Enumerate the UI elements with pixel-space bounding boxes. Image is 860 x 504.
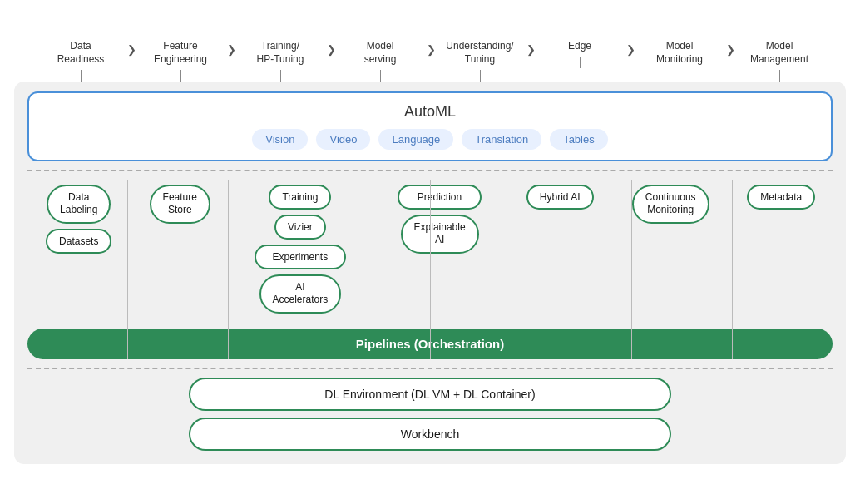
nav-item-data-readiness: DataReadiness ❯	[31, 40, 131, 81]
pill-training: Training	[269, 185, 331, 210]
nav-label-training: Training/HP-Tuning	[257, 40, 304, 66]
pill-hybrid-ai: Hybrid AI	[526, 185, 594, 210]
pill-ai-accelerators: AIAccelerators	[259, 274, 342, 314]
nav-label-model-monitoring: ModelMonitoring	[656, 40, 703, 66]
pill-explainable-ai: ExplainableAI	[401, 215, 479, 254]
tick-model-serving	[380, 70, 381, 82]
tick-model-monitoring	[680, 70, 680, 82]
nav-item-edge: Edge ❯	[530, 40, 630, 68]
nav-label-model-serving: Modelserving	[364, 40, 397, 66]
tick-model-management	[779, 70, 780, 82]
chip-translation: Translation	[462, 129, 541, 150]
nav-item-training: Training/HP-Tuning ❯	[230, 40, 330, 81]
dashed-separator-top	[27, 170, 833, 171]
nav-item-understanding: Understanding/Tuning ❯	[430, 40, 530, 81]
nav-label-feature-eng: FeatureEngineering	[154, 40, 207, 66]
main-area: AutoML Vision Video Language Translation…	[14, 82, 846, 464]
tick-training	[280, 70, 281, 82]
nav-item-feature-eng: FeatureEngineering ❯	[131, 40, 230, 81]
diagram-container: DataReadiness ❯ FeatureEngineering ❯ Tra…	[14, 40, 846, 463]
nav-label-edge: Edge	[568, 40, 591, 53]
col-monitoring: ContinuousMonitoring	[613, 185, 729, 224]
top-nav: DataReadiness ❯ FeatureEngineering ❯ Tra…	[14, 40, 846, 81]
services-area: DataLabeling Datasets FeatureStore Train…	[27, 180, 833, 359]
chip-tables: Tables	[550, 129, 608, 150]
pipelines-bar: Pipelines (Orchestration)	[27, 329, 833, 359]
col-data: DataLabeling Datasets	[31, 185, 127, 254]
nav-label-model-management: ModelManagement	[750, 40, 808, 66]
nav-item-model-monitoring: ModelMonitoring ❯	[630, 40, 729, 81]
col-training: Training Vizier Experiments AIAccelerato…	[233, 185, 368, 314]
col-feature: FeatureStore	[132, 185, 229, 224]
chip-vision: Vision	[252, 129, 308, 150]
tick-understanding	[480, 70, 481, 82]
pill-continuous-monitoring: ContinuousMonitoring	[632, 185, 709, 224]
col-metadata: Metadata	[734, 185, 830, 210]
col-prediction: Prediction ExplainableAI	[373, 185, 507, 254]
pill-feature-store: FeatureStore	[150, 185, 210, 224]
automl-title: AutoML	[42, 103, 818, 121]
services-grid: DataLabeling Datasets FeatureStore Train…	[27, 180, 833, 322]
tick-edge	[580, 57, 581, 68]
col-hybrid: Hybrid AI	[512, 185, 608, 210]
pill-prediction: Prediction	[398, 185, 482, 210]
pill-datasets: Datasets	[46, 229, 111, 254]
pill-workbench: Workbench	[189, 418, 672, 451]
dashed-separator-bottom	[27, 368, 833, 369]
tick-data-readiness	[81, 70, 82, 82]
chip-language: Language	[378, 129, 453, 150]
pill-metadata: Metadata	[747, 185, 815, 210]
pill-data-labeling: DataLabeling	[47, 185, 111, 224]
nav-item-model-serving: Modelserving ❯	[330, 40, 430, 81]
pill-experiments: Experiments	[255, 245, 347, 269]
automl-chips: Vision Video Language Translation Tables	[42, 129, 818, 150]
nav-label-understanding: Understanding/Tuning	[446, 40, 513, 66]
tick-feature-eng	[180, 70, 181, 82]
automl-section: AutoML Vision Video Language Translation…	[27, 91, 833, 161]
nav-label-data-readiness: DataReadiness	[57, 40, 105, 66]
pill-dl-environment: DL Environment (DL VM + DL Container)	[189, 378, 672, 411]
pill-vizier: Vizier	[274, 215, 326, 240]
nav-item-model-management: ModelManagement	[729, 40, 829, 81]
bottom-section: DL Environment (DL VM + DL Container) Wo…	[27, 378, 833, 451]
chip-video: Video	[316, 129, 370, 150]
